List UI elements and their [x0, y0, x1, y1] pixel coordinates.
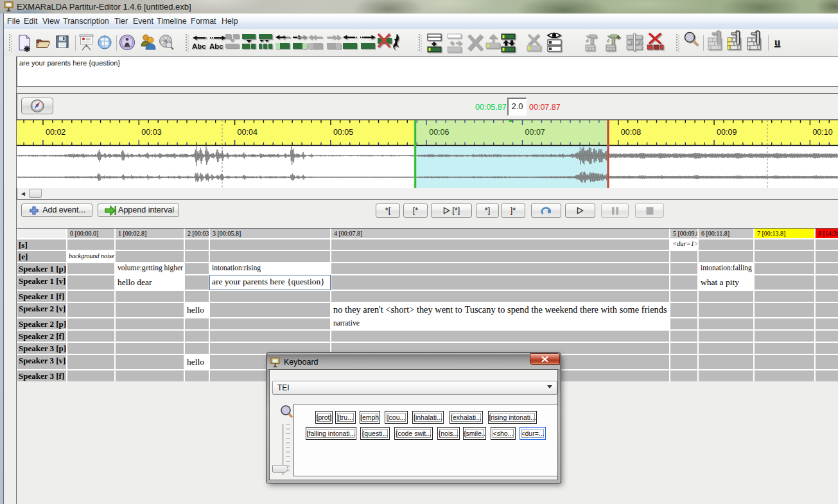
- svg-text:00:10: 00:10: [812, 128, 832, 137]
- svg-text:00:05: 00:05: [333, 128, 353, 137]
- svg-text:00:06: 00:06: [429, 128, 449, 137]
- svg-text:00:08: 00:08: [621, 128, 641, 137]
- svg-text:00:02: 00:02: [46, 128, 65, 137]
- svg-text:00:07: 00:07: [525, 128, 545, 137]
- svg-text:00:09: 00:09: [717, 128, 737, 137]
- svg-text:Abc: Abc: [192, 42, 206, 50]
- svg-text:00:04: 00:04: [238, 128, 258, 137]
- svg-text:u: u: [774, 36, 780, 48]
- svg-text:00:03: 00:03: [141, 128, 161, 137]
- svg-text:Abc: Abc: [209, 42, 223, 50]
